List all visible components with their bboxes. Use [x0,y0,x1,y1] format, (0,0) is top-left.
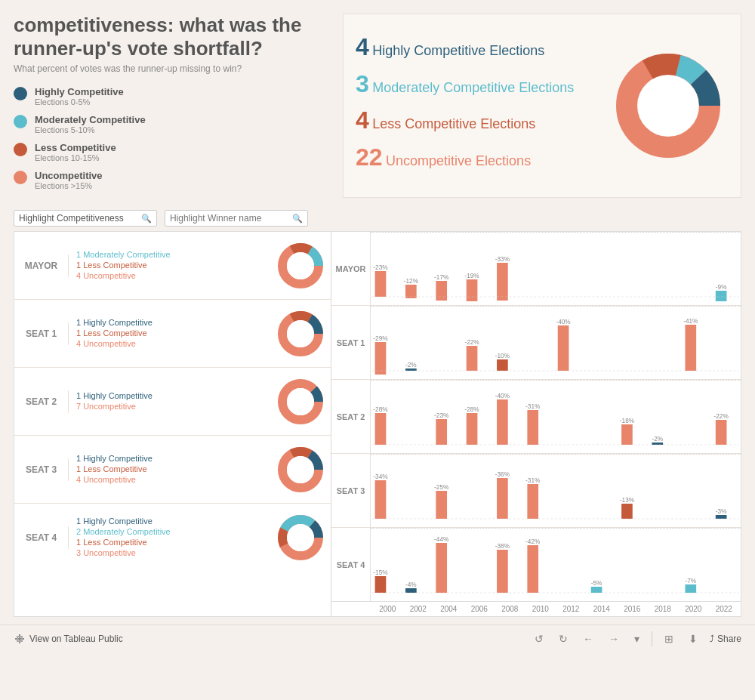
legend-item-highly: Highly Competitive Elections 0-5% [14,86,331,106]
stat-number-highly: 4 [356,33,369,60]
left-table: MAYOR 1 Moderately Competitive 1 Less Co… [14,232,331,616]
seat-label-seat2: SEAT 2 [14,390,69,413]
search-icon-winner: 🔍 [292,214,303,224]
subtitle: What percent of votes was the runner-up … [14,63,331,74]
share-button[interactable]: ⤴ Share [710,634,741,644]
chart-bars-seat1: -29% -2% -22% -10% -40% [371,306,741,379]
year-2022: 2022 [716,605,732,613]
expand-button[interactable]: ⊞ [661,631,676,646]
less-competitive-dot [14,143,27,156]
seat-donut-seat1 [270,304,331,363]
seat-stats-seat2: 1 Highly Competitive 7 Uncompetitive [69,387,270,417]
svg-rect-59 [527,410,538,445]
svg-rect-55 [467,413,478,445]
svg-text:-31%: -31% [525,476,541,484]
redo-button[interactable]: ↻ [556,631,571,646]
svg-rect-51 [375,413,387,445]
year-2002: 2002 [410,605,427,613]
table-row-seat1: SEAT 1 1 Highly Competitive 1 Less Compe… [14,300,331,368]
seat-label-seat4: SEAT 4 [14,526,69,549]
svg-text:-23%: -23% [373,264,388,271]
svg-rect-35 [716,291,727,301]
seat-label-mayor: MAYOR [14,254,69,277]
svg-text:-3%: -3% [716,507,727,515]
svg-text:-2%: -2% [652,435,663,443]
svg-rect-101 [17,640,23,642]
svg-rect-65 [716,420,727,445]
year-2008: 2008 [501,605,518,613]
chart-label-seat3: SEAT 3 [331,454,371,527]
svg-text:-40%: -40% [495,392,510,399]
svg-rect-31 [467,279,478,301]
tableau-logo[interactable]: View on Tableau Public [14,633,123,645]
filter-row: 🔍 🔍 [0,205,755,231]
svg-text:-4%: -4% [405,581,417,588]
undo-button[interactable]: ↺ [532,631,547,646]
bottom-bar: View on Tableau Public ↺ ↻ ← → ▾ ⊞ ⬇ ⤴ S… [0,624,755,652]
legend-label-highly: Highly Competitive [35,86,124,97]
svg-point-8 [287,252,314,279]
year-2014: 2014 [593,605,610,613]
seat-donut-seat2 [270,372,331,431]
svg-text:-9%: -9% [716,283,727,291]
svg-text:-22%: -22% [464,338,479,346]
svg-rect-40 [405,369,417,371]
chart-label-seat1: SEAT 1 [331,306,371,379]
icon-divider [652,631,652,646]
forward-button[interactable]: → [606,631,622,646]
svg-text:-5%: -5% [591,579,602,587]
svg-text:-29%: -29% [373,335,388,342]
svg-text:-41%: -41% [683,317,698,325]
stat-moderately: 3 Moderately Competitive Elections [356,69,596,98]
year-2018: 2018 [655,605,671,613]
seat-donut-seat4 [270,508,331,567]
view-tableau-label: View on Tableau Public [29,634,123,644]
svg-rect-61 [621,424,633,445]
table-row-mayor: MAYOR 1 Moderately Competitive 1 Less Co… [14,232,331,300]
svg-text:-22%: -22% [714,412,729,420]
svg-text:-36%: -36% [495,470,510,478]
stat-label-highly: Highly Competitive Elections [372,43,544,58]
svg-text:-31%: -31% [525,402,541,410]
svg-text:-38%: -38% [495,542,510,550]
forward-dropdown[interactable]: ▾ [631,631,643,646]
back-button[interactable]: ← [580,631,596,646]
chart-bars-mayor: -23% -12% -17% -19% [371,232,741,305]
competitiveness-filter-input[interactable] [19,213,138,224]
svg-rect-68 [375,480,387,519]
svg-rect-53 [436,419,447,445]
right-chart-area: MAYOR -23% [331,232,741,616]
competitiveness-filter-wrap[interactable]: 🔍 [14,210,157,227]
year-2020: 2020 [685,605,701,613]
chart-bars-seat4: -15% -4% -44% -38% -42% [371,528,741,601]
svg-text:-44%: -44% [434,535,449,543]
uncompetitive-dot [14,171,27,184]
svg-text:-15%: -15% [373,569,388,576]
x-axis: 2000 2002 2004 2006 2008 2010 2012 2014 … [331,601,741,616]
svg-point-24 [287,524,314,551]
svg-text:-23%: -23% [434,412,449,419]
legend-item-less: Less Competitive Elections 10-15% [14,142,331,162]
winner-filter-wrap[interactable]: 🔍 [165,210,308,227]
chart-row-seat4: SEAT 4 -15% -4% -44% [331,528,741,601]
chart-row-seat1: SEAT 1 -29% -2% -22% [331,306,741,380]
stat-less: 4 Less Competitive Elections [356,106,596,134]
main-container: competitiveness: what was the runner-up'… [0,0,755,652]
stat-highly: 4 Highly Competitive Elections [356,32,596,61]
svg-text:-34%: -34% [373,473,388,480]
year-2012: 2012 [562,605,579,613]
svg-rect-25 [375,271,387,297]
download-button[interactable]: ⬇ [686,631,701,646]
table-row-seat3: SEAT 3 1 Highly Competitive 1 Less Compe… [14,436,331,504]
chart-label-seat2: SEAT 2 [331,380,371,453]
seat-stats-seat3: 1 Highly Competitive 1 Less Competitive … [69,449,270,490]
svg-text:-25%: -25% [434,483,449,491]
winner-filter-input[interactable] [170,213,289,224]
svg-rect-83 [405,588,417,593]
legend-item-uncompetitive: Uncompetitive Elections >15% [14,170,331,190]
svg-rect-76 [621,504,633,519]
svg-text:-10%: -10% [495,352,510,359]
svg-rect-78 [716,515,727,519]
svg-rect-81 [375,576,387,593]
svg-text:-2%: -2% [405,361,417,369]
